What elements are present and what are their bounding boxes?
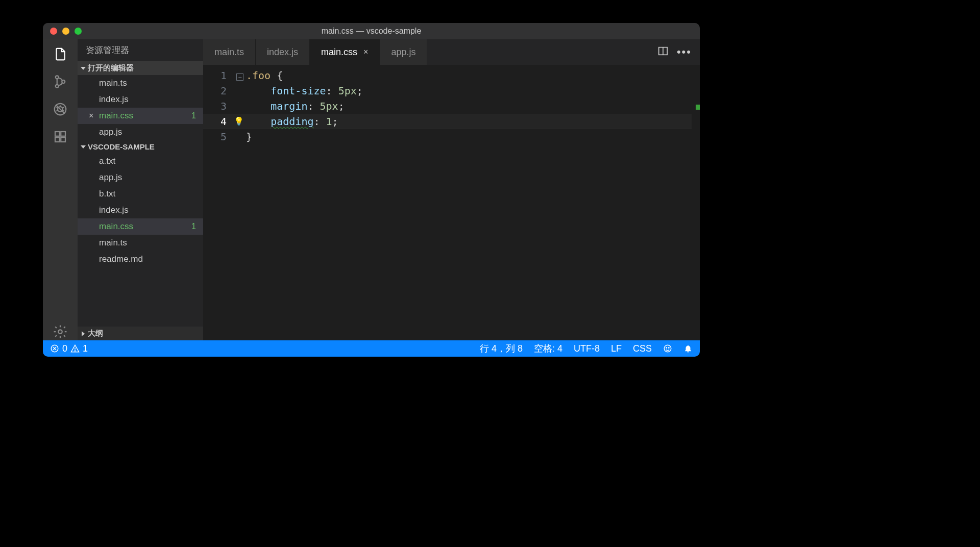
svg-rect-6 [55, 137, 60, 142]
problems-badge: 1 [191, 220, 196, 233]
line-number-gutter: 1 2 3 4 5 [203, 65, 234, 340]
tab-index-js[interactable]: index.js [256, 39, 310, 65]
open-editors-label: 打开的编辑器 [88, 63, 134, 73]
open-editor-item[interactable]: app.js [78, 124, 203, 140]
status-eol[interactable]: LF [611, 343, 622, 354]
svg-rect-4 [55, 132, 60, 136]
outline-label: 大纲 [88, 329, 103, 338]
open-editor-item[interactable]: × main.css 1 [78, 108, 203, 124]
debug-disabled-icon[interactable] [52, 101, 69, 118]
status-language[interactable]: CSS [633, 343, 652, 354]
status-errors[interactable]: 0 [50, 343, 67, 354]
open-editor-item[interactable]: index.js [78, 91, 203, 108]
tab-app-js[interactable]: app.js [380, 39, 427, 65]
extensions-icon[interactable] [52, 128, 69, 145]
source-control-icon[interactable] [52, 73, 69, 90]
file-tree: a.txt app.js b.txt index.js main.css 1 m… [78, 153, 203, 267]
window-title: main.css — vscode-sample [43, 27, 700, 36]
file-item[interactable]: readme.md [78, 251, 203, 267]
status-bar: 0 1 行 4，列 8 空格: 4 UTF-8 LF CSS [43, 340, 700, 357]
chevron-down-icon [81, 67, 86, 70]
tab-actions: ••• [649, 39, 700, 65]
code-content[interactable]: .foo { font-size: 5px; margin: 5px; 💡 pa… [246, 65, 692, 340]
activity-bar [43, 39, 78, 340]
minimize-window-icon[interactable] [62, 28, 69, 35]
fold-icon[interactable]: − [236, 73, 243, 81]
close-window-icon[interactable] [50, 28, 57, 35]
open-editors-header[interactable]: 打开的编辑器 [78, 61, 203, 75]
folder-label: VSCODE-SAMPLE [88, 142, 155, 151]
open-editors-list: main.ts index.js × main.css 1 app.js [78, 75, 203, 140]
file-item[interactable]: app.js [78, 169, 203, 186]
split-editor-icon[interactable] [657, 45, 669, 59]
titlebar: main.css — vscode-sample [43, 23, 700, 39]
editor-group: main.ts index.js main.css × app.js ••• 1 [203, 39, 700, 340]
file-item[interactable]: main.ts [78, 235, 203, 251]
more-actions-icon[interactable]: ••• [677, 45, 692, 59]
feedback-smiley-icon[interactable] [663, 344, 672, 353]
sidebar: 资源管理器 打开的编辑器 main.ts index.js × main.css… [78, 39, 203, 340]
open-editor-item[interactable]: main.ts [78, 75, 203, 91]
svg-point-14 [664, 345, 671, 352]
status-encoding[interactable]: UTF-8 [574, 343, 600, 354]
notifications-bell-icon[interactable] [683, 344, 693, 353]
svg-point-1 [56, 85, 59, 88]
file-item[interactable]: b.txt [78, 186, 203, 202]
zoom-window-icon[interactable] [75, 28, 82, 35]
sidebar-title: 资源管理器 [78, 39, 203, 61]
svg-point-8 [58, 330, 62, 334]
svg-rect-7 [61, 137, 65, 142]
close-icon[interactable]: × [89, 109, 93, 122]
svg-point-0 [56, 76, 59, 79]
fold-gutter: − [234, 65, 246, 340]
vscode-window: main.css — vscode-sample 资源管理器 [43, 23, 700, 357]
svg-point-16 [669, 347, 670, 349]
warning-mark-icon [696, 105, 700, 110]
tab-bar: main.ts index.js main.css × app.js ••• [203, 39, 700, 65]
status-indent[interactable]: 空格: 4 [534, 342, 562, 355]
tab-main-css[interactable]: main.css × [310, 39, 380, 65]
tab-main-ts[interactable]: main.ts [203, 39, 256, 65]
status-cursor[interactable]: 行 4，列 8 [480, 342, 523, 355]
svg-rect-5 [61, 132, 65, 136]
settings-gear-icon[interactable] [52, 323, 69, 340]
chevron-down-icon [81, 145, 86, 148]
explorer-icon[interactable] [52, 45, 69, 63]
close-tab-icon[interactable]: × [363, 47, 368, 57]
chevron-right-icon [82, 331, 85, 336]
file-item[interactable]: index.js [78, 202, 203, 218]
file-item[interactable]: a.txt [78, 153, 203, 169]
lightbulb-icon[interactable]: 💡 [234, 114, 244, 129]
code-editor[interactable]: 1 2 3 4 5 − .foo { font-size: 5px; margi… [203, 65, 700, 340]
overview-ruler[interactable] [692, 65, 700, 340]
svg-point-15 [666, 347, 667, 349]
status-warnings[interactable]: 1 [70, 343, 88, 354]
window-controls [43, 28, 82, 35]
outline-header[interactable]: 大纲 [78, 327, 203, 340]
file-item[interactable]: main.css 1 [78, 218, 203, 235]
problems-badge: 1 [191, 109, 196, 122]
folder-header[interactable]: VSCODE-SAMPLE [78, 140, 203, 153]
svg-point-13 [75, 351, 75, 351]
